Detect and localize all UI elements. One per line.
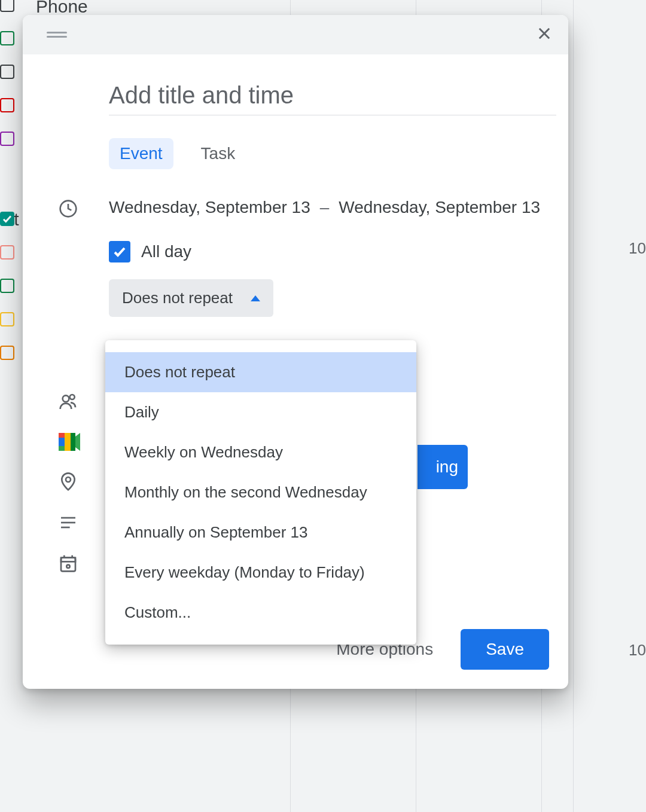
svg-rect-10: [71, 433, 75, 451]
description-icon: [59, 513, 78, 532]
google-meet-icon: [59, 433, 80, 451]
start-date[interactable]: Wednesday, September 13: [109, 198, 310, 217]
repeat-selected-label: Does not repeat: [122, 289, 233, 307]
all-day-label: All day: [141, 242, 191, 261]
clock-icon: [59, 199, 78, 218]
bg-calendar-label: Phone: [36, 0, 88, 17]
repeat-option-custom[interactable]: Custom...: [105, 593, 416, 633]
repeat-option-daily[interactable]: Daily: [105, 392, 416, 432]
svg-rect-16: [61, 558, 75, 562]
calendar-icon: [59, 554, 78, 573]
svg-rect-8: [59, 446, 65, 451]
close-button[interactable]: [536, 25, 553, 44]
drag-handle-icon[interactable]: [47, 32, 67, 38]
dialog-header: [23, 15, 568, 54]
save-button[interactable]: Save: [461, 629, 549, 670]
svg-point-4: [70, 395, 75, 399]
all-day-checkbox[interactable]: [109, 241, 130, 262]
svg-point-3: [63, 395, 69, 402]
svg-rect-6: [65, 433, 71, 451]
repeat-option-does-not-repeat[interactable]: Does not repeat: [105, 352, 416, 392]
add-meet-button-partial[interactable]: ing: [418, 445, 468, 489]
svg-marker-9: [75, 433, 80, 451]
date-time-row: Wednesday, September 13 – Wednesday, Sep…: [42, 198, 549, 317]
create-event-dialog: Event Task Wednesday, September 13 – Wed…: [23, 15, 568, 689]
tab-event[interactable]: Event: [109, 138, 173, 169]
tab-task[interactable]: Task: [190, 138, 246, 169]
event-title-input[interactable]: [109, 78, 556, 115]
people-icon: [59, 392, 78, 411]
event-type-tabs: Event Task: [109, 138, 549, 169]
bg-calendar-swatches: [0, 0, 20, 360]
svg-rect-7: [59, 433, 65, 438]
date-separator: –: [320, 198, 330, 217]
end-date[interactable]: Wednesday, September 13: [339, 198, 540, 217]
repeat-option-monthly[interactable]: Monthly on the second Wednesday: [105, 472, 416, 512]
repeat-dropdown-button[interactable]: Does not repeat: [109, 279, 273, 317]
repeat-option-annually[interactable]: Annually on September 13: [105, 512, 416, 552]
repeat-dropdown-menu: Does not repeat Daily Weekly on Wednesda…: [105, 340, 416, 645]
location-pin-icon: [59, 472, 78, 492]
svg-point-11: [66, 477, 71, 482]
repeat-option-weekly[interactable]: Weekly on Wednesday: [105, 432, 416, 472]
svg-point-19: [66, 565, 69, 568]
svg-rect-5: [59, 438, 65, 446]
repeat-option-weekdays[interactable]: Every weekday (Monday to Friday): [105, 552, 416, 593]
bg-time-mark: 10: [629, 239, 646, 258]
bg-time-mark: 10: [629, 641, 646, 660]
arrow-up-icon: [251, 295, 260, 301]
